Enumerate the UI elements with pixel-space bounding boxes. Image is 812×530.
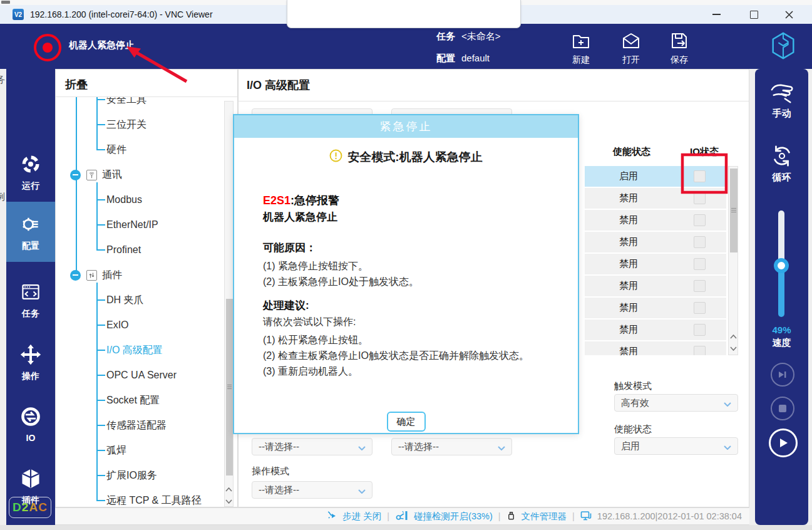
table-row[interactable]: 禁用 bbox=[585, 232, 726, 252]
tree-item-label[interactable]: EtherNet/IP bbox=[106, 219, 158, 231]
tree-item[interactable]: Profinet bbox=[56, 237, 221, 262]
tree-item-label[interactable]: ExIO bbox=[106, 320, 129, 331]
tree-item[interactable]: I/O 高级配置 bbox=[56, 338, 221, 363]
io-select-2[interactable]: --请选择-- bbox=[391, 438, 512, 455]
tree-item[interactable]: 远程 TCP & 工具路径 bbox=[56, 488, 221, 507]
stop-icon bbox=[779, 405, 786, 412]
tree-scrollbar-thumb[interactable] bbox=[226, 299, 233, 475]
table-row[interactable]: 禁用 bbox=[585, 320, 726, 340]
collapse-node-icon[interactable] bbox=[70, 270, 81, 281]
io-state-checkbox[interactable] bbox=[694, 170, 706, 182]
scroll-up-button[interactable] bbox=[729, 331, 737, 343]
io-select-1[interactable]: --请选择-- bbox=[252, 438, 373, 455]
table-row[interactable]: 禁用 bbox=[585, 298, 726, 318]
tree-connector bbox=[96, 199, 105, 200]
close-button[interactable] bbox=[775, 5, 803, 24]
tree-item[interactable]: Modbus bbox=[56, 187, 221, 212]
tree-item-label[interactable]: 弧焊 bbox=[106, 444, 126, 457]
trigger-mode-select[interactable]: 高有效 bbox=[614, 394, 738, 412]
io-state-checkbox[interactable] bbox=[694, 346, 706, 355]
tree-item-label[interactable]: Modbus bbox=[106, 194, 142, 205]
tree-item-label[interactable]: DH 夹爪 bbox=[106, 294, 144, 307]
speed-slider-track-filled[interactable] bbox=[778, 266, 784, 317]
gear-icon bbox=[19, 212, 43, 236]
new-button[interactable]: 新建 bbox=[561, 29, 601, 66]
tree-item-label[interactable]: 安全工具 bbox=[106, 97, 146, 107]
speed-slider-track[interactable] bbox=[778, 210, 784, 266]
tree-item-label[interactable]: 传感器适配器 bbox=[106, 419, 167, 432]
maximize-button[interactable] bbox=[740, 5, 768, 24]
play-button[interactable] bbox=[769, 429, 798, 457]
tree-item[interactable]: 传感器适配器 bbox=[56, 413, 221, 438]
suggest-intro: 请依次尝试以下操作: bbox=[263, 316, 559, 329]
tree-item[interactable]: 插件 bbox=[56, 262, 221, 288]
table-scrollbar[interactable] bbox=[728, 166, 738, 355]
tree-item-label[interactable]: Profinet bbox=[106, 244, 141, 256]
enable-state-select[interactable]: 启用 bbox=[614, 437, 738, 455]
collapse-tree-button[interactable]: 折叠 bbox=[65, 77, 88, 92]
column-header-io-state: IO状态 bbox=[677, 146, 731, 158]
scroll-down-button[interactable] bbox=[225, 496, 233, 507]
sidebar-item-run[interactable]: 运行 bbox=[6, 142, 55, 202]
step-status[interactable]: 步进 关闭 bbox=[342, 511, 381, 522]
io-state-checkbox[interactable] bbox=[694, 214, 706, 226]
collapse-node-icon[interactable] bbox=[70, 170, 81, 180]
stop-button[interactable] bbox=[771, 397, 794, 420]
table-row[interactable]: 禁用 bbox=[585, 254, 726, 274]
table-row[interactable]: 禁用 bbox=[585, 188, 726, 209]
tree-scrollbar[interactable] bbox=[224, 101, 234, 507]
vnc-toolbar-notch[interactable] bbox=[287, 0, 521, 28]
minimize-button[interactable] bbox=[702, 5, 730, 24]
table-row[interactable]: 启用 bbox=[585, 166, 726, 187]
plug-io-icon bbox=[86, 270, 97, 281]
sidebar-item-io[interactable]: IO bbox=[6, 393, 55, 454]
tree-item[interactable]: OPC UA Server bbox=[56, 363, 221, 388]
step-forward-button[interactable] bbox=[771, 363, 794, 387]
tree-item-label[interactable]: 三位开关 bbox=[106, 118, 146, 132]
io-state-checkbox[interactable] bbox=[694, 280, 706, 292]
tree-item[interactable]: 通讯 bbox=[56, 162, 221, 187]
scroll-down-button[interactable] bbox=[729, 343, 737, 355]
io-state-checkbox[interactable] bbox=[694, 236, 706, 248]
operation-mode-label: 操作模式 bbox=[252, 465, 289, 477]
tree-item[interactable]: 安全工具 bbox=[56, 97, 221, 112]
tree-item-label[interactable]: 远程 TCP & 工具路径 bbox=[106, 494, 202, 507]
tree-item[interactable]: 弧焊 bbox=[56, 438, 221, 463]
tree-item-label[interactable]: 扩展IO服务 bbox=[106, 469, 157, 482]
tree-item-label[interactable]: 硬件 bbox=[106, 143, 126, 157]
collision-status[interactable]: 碰撞检测开启(33%) bbox=[414, 511, 493, 522]
tree-item-label[interactable]: 通讯 bbox=[102, 169, 122, 182]
sidebar-item-gear[interactable]: 配置 bbox=[6, 202, 55, 262]
tree-item[interactable]: Socket 配置 bbox=[56, 388, 221, 413]
sidebar-item-move[interactable]: 操作 bbox=[6, 332, 55, 392]
io-state-checkbox[interactable] bbox=[694, 192, 706, 204]
tree-item[interactable]: 三位开关 bbox=[56, 112, 221, 137]
table-row[interactable]: 禁用 bbox=[585, 210, 726, 231]
tree-item-label[interactable]: Socket 配置 bbox=[106, 394, 160, 407]
sidebar-item-task[interactable]: 任务 bbox=[6, 269, 55, 330]
tree-item[interactable]: 扩展IO服务 bbox=[56, 463, 221, 488]
tree-item[interactable]: EtherNet/IP bbox=[56, 212, 221, 237]
scroll-up-button[interactable] bbox=[225, 484, 233, 496]
io-state-checkbox[interactable] bbox=[694, 302, 706, 314]
tree-item-label[interactable]: OPC UA Server bbox=[106, 370, 177, 381]
table-row[interactable]: 禁用 bbox=[585, 276, 726, 296]
open-button[interactable]: 打开 bbox=[611, 29, 651, 66]
tree-item[interactable]: DH 夹爪 bbox=[56, 288, 221, 313]
tree-item-label[interactable]: 插件 bbox=[102, 269, 122, 282]
ok-button[interactable]: 确定 bbox=[387, 412, 426, 432]
manual-mode-button[interactable]: 手动 bbox=[755, 81, 808, 120]
speed-slider-handle[interactable] bbox=[774, 258, 789, 273]
d2ac-badge[interactable]: D2AC bbox=[9, 497, 51, 518]
io-state-checkbox[interactable] bbox=[694, 324, 706, 336]
file-manager-link[interactable]: 文件管理器 bbox=[522, 511, 567, 522]
io-state-checkbox[interactable] bbox=[694, 258, 706, 270]
table-scrollbar-thumb[interactable] bbox=[730, 169, 737, 252]
operation-mode-select[interactable]: --请选择-- bbox=[252, 481, 373, 499]
tree-item[interactable]: ExIO bbox=[56, 313, 221, 338]
table-row[interactable]: 禁用 bbox=[585, 341, 726, 355]
tree-item-label[interactable]: I/O 高级配置 bbox=[106, 344, 163, 357]
save-button[interactable]: 保存 bbox=[659, 29, 699, 66]
loop-mode-button[interactable]: 循环 bbox=[755, 143, 808, 184]
tree-item[interactable]: 硬件 bbox=[56, 137, 221, 162]
